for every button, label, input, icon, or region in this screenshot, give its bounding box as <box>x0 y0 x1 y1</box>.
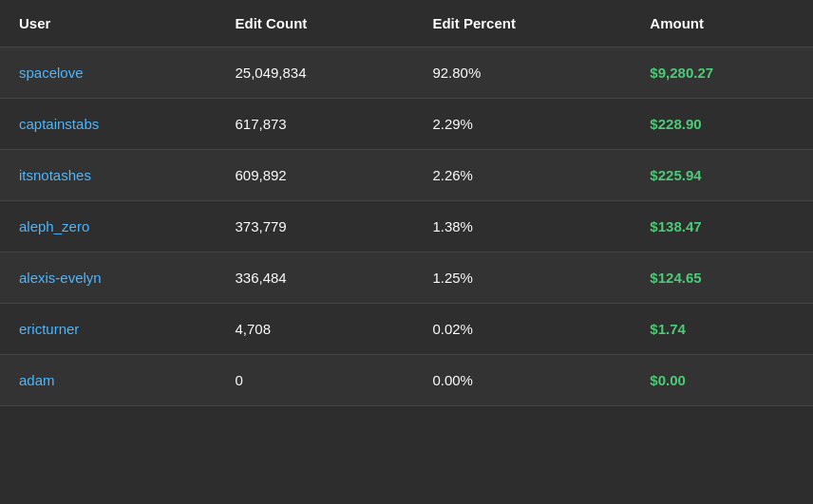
cell-amount: $1.74 <box>631 304 813 355</box>
cell-edit-count: 0 <box>216 355 413 406</box>
cell-user[interactable]: alexis-evelyn <box>0 252 216 304</box>
cell-edit-percent: 92.80% <box>413 47 631 99</box>
cell-amount: $138.47 <box>631 201 813 252</box>
header-edit-count: Edit Count <box>216 0 413 47</box>
table-row: captainstabs617,8732.29%$228.90 <box>0 99 813 150</box>
table-row: aleph_zero373,7791.38%$138.47 <box>0 201 813 252</box>
cell-edit-percent: 1.25% <box>413 252 631 304</box>
cell-user[interactable]: ericturner <box>0 304 216 355</box>
cell-amount: $9,280.27 <box>631 47 813 99</box>
cell-edit-percent: 0.02% <box>413 304 631 355</box>
table-row: ericturner4,7080.02%$1.74 <box>0 304 813 355</box>
cell-edit-count: 336,484 <box>216 252 413 304</box>
cell-user[interactable]: spacelove <box>0 47 216 99</box>
cell-edit-percent: 1.38% <box>413 201 631 252</box>
cell-edit-percent: 2.29% <box>413 99 631 150</box>
header-amount: Amount <box>631 0 813 47</box>
table-header-row: User Edit Count Edit Percent Amount <box>0 0 813 47</box>
cell-user[interactable]: itsnotashes <box>0 150 216 201</box>
cell-amount: $0.00 <box>631 355 813 406</box>
header-user: User <box>0 0 216 47</box>
table-row: spacelove25,049,83492.80%$9,280.27 <box>0 47 813 99</box>
cell-user[interactable]: adam <box>0 355 216 406</box>
cell-amount: $124.65 <box>631 252 813 304</box>
header-edit-percent: Edit Percent <box>413 0 631 47</box>
cell-edit-count: 373,779 <box>216 201 413 252</box>
cell-edit-count: 4,708 <box>216 304 413 355</box>
cell-user[interactable]: aleph_zero <box>0 201 216 252</box>
cell-amount: $228.90 <box>631 99 813 150</box>
cell-edit-count: 25,049,834 <box>216 47 413 99</box>
cell-edit-count: 617,873 <box>216 99 413 150</box>
table-row: adam00.00%$0.00 <box>0 355 813 406</box>
cell-edit-count: 609,892 <box>216 150 413 201</box>
cell-user[interactable]: captainstabs <box>0 99 216 150</box>
table-row: alexis-evelyn336,4841.25%$124.65 <box>0 252 813 304</box>
cell-amount: $225.94 <box>631 150 813 201</box>
table-row: itsnotashes609,8922.26%$225.94 <box>0 150 813 201</box>
cell-edit-percent: 0.00% <box>413 355 631 406</box>
data-table: User Edit Count Edit Percent Amount spac… <box>0 0 813 406</box>
cell-edit-percent: 2.26% <box>413 150 631 201</box>
